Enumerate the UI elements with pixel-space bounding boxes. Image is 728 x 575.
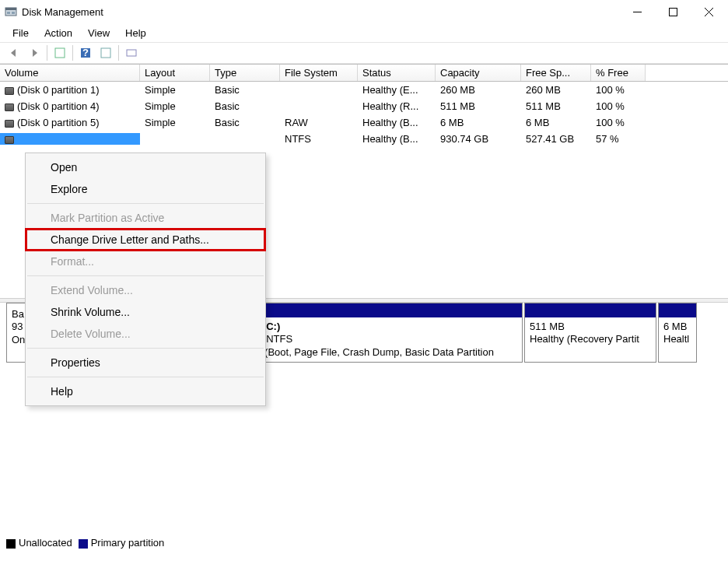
table-row[interactable]: (Disk 0 partition 4) Simple Basic Health… <box>0 98 728 114</box>
context-mark-active: Mark Partition as Active <box>26 207 265 229</box>
toolbar-separator <box>47 45 47 61</box>
legend-chip-primary <box>79 539 88 549</box>
toolbar-icon-1[interactable] <box>51 44 69 61</box>
context-separator <box>27 275 264 276</box>
column-freespace[interactable]: Free Sp... <box>521 65 591 81</box>
svg-rect-3 <box>12 12 15 14</box>
context-open[interactable]: Open <box>26 156 265 178</box>
toolbar-separator <box>72 45 73 61</box>
app-icon <box>5 5 17 18</box>
close-button[interactable] <box>691 0 726 23</box>
toolbar-icon-3[interactable] <box>122 44 141 61</box>
svg-rect-12 <box>127 50 136 56</box>
toolbar-icon-2[interactable] <box>96 44 115 61</box>
context-separator <box>27 203 264 204</box>
toolbar-separator <box>118 45 119 61</box>
svg-rect-1 <box>5 8 16 10</box>
menu-action[interactable]: Action <box>37 26 80 40</box>
legend: Unallocated Primary partition <box>6 537 164 549</box>
forward-button[interactable] <box>25 44 44 61</box>
menu-bar: File Action View Help <box>0 23 728 42</box>
column-capacity[interactable]: Capacity <box>436 65 521 81</box>
title-bar: Disk Management <box>0 0 728 23</box>
table-row[interactable]: NTFS Healthy (B... 930.74 GB 527.41 GB 5… <box>0 131 728 147</box>
context-properties[interactable]: Properties <box>26 352 265 373</box>
context-delete-volume: Delete Volume... <box>26 323 265 345</box>
volume-icon <box>5 136 14 144</box>
menu-file[interactable]: File <box>5 26 37 40</box>
toolbar: ? <box>0 42 728 64</box>
context-help[interactable]: Help <box>26 380 265 402</box>
column-layout[interactable]: Layout <box>140 65 210 81</box>
context-menu: Open Explore Mark Partition as Active Ch… <box>25 153 266 406</box>
volume-list-header: Volume Layout Type File System Status Ca… <box>0 64 728 82</box>
context-format: Format... <box>26 251 265 272</box>
column-filesystem[interactable]: File System <box>280 65 358 81</box>
maximize-button[interactable] <box>655 0 691 23</box>
column-volume[interactable]: Volume <box>0 65 140 81</box>
svg-text:?: ? <box>82 47 89 58</box>
help-icon[interactable]: ? <box>76 44 95 61</box>
partition-bar <box>236 303 522 317</box>
minimize-button[interactable] <box>619 0 655 23</box>
menu-view[interactable]: View <box>80 26 117 40</box>
partition-bar <box>525 303 656 317</box>
partition-bar <box>659 303 696 317</box>
column-type[interactable]: Type <box>210 65 280 81</box>
menu-help[interactable]: Help <box>117 26 154 40</box>
svg-rect-5 <box>669 8 677 16</box>
table-row[interactable]: (Disk 0 partition 5) Simple Basic RAW He… <box>0 114 728 131</box>
svg-rect-8 <box>55 48 65 58</box>
context-extend-volume: Extend Volume... <box>26 279 265 301</box>
partition-box[interactable]: ows (C:) 4 GB NTFS althy (Boot, Page Fil… <box>235 303 523 363</box>
partition-box[interactable]: 6 MB Healtl <box>658 303 697 363</box>
column-pctfree[interactable]: % Free <box>591 65 646 81</box>
table-row[interactable]: (Disk 0 partition 1) Simple Basic Health… <box>0 82 728 98</box>
back-button[interactable] <box>5 44 23 61</box>
window-title: Disk Management <box>22 6 619 18</box>
context-explore[interactable]: Explore <box>26 178 265 200</box>
volume-icon <box>5 103 14 111</box>
context-separator <box>27 377 264 377</box>
context-change-drive-letter[interactable]: Change Drive Letter and Paths... <box>26 229 265 251</box>
context-separator <box>27 348 264 349</box>
svg-rect-11 <box>101 48 110 58</box>
context-shrink-volume[interactable]: Shrink Volume... <box>26 301 265 323</box>
svg-rect-2 <box>7 12 10 14</box>
legend-chip-unallocated <box>6 539 16 549</box>
partition-box[interactable]: 511 MB Healthy (Recovery Partit <box>524 303 656 363</box>
column-status[interactable]: Status <box>358 65 436 81</box>
volume-icon <box>5 120 14 128</box>
volume-icon <box>5 87 14 95</box>
